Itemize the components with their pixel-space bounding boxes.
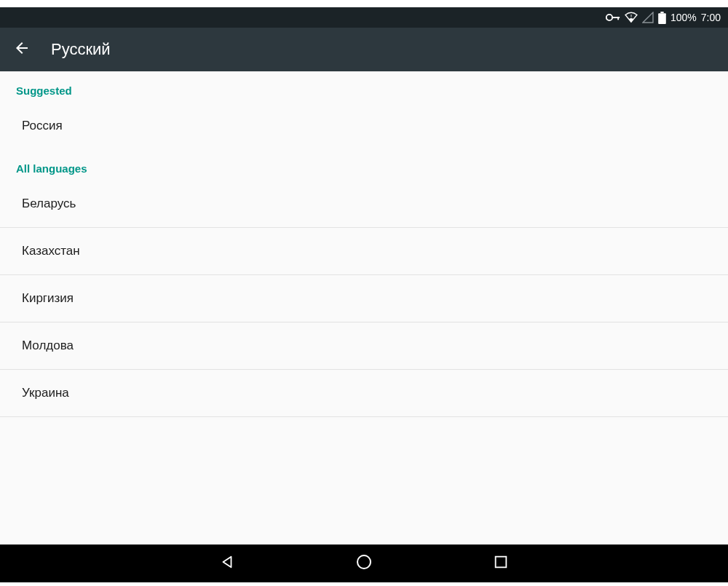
arrow-back-icon	[13, 39, 31, 60]
nav-recent-button[interactable]	[491, 553, 511, 574]
page-title: Русский	[51, 40, 111, 59]
cell-signal-icon	[642, 12, 654, 23]
section-header-all: All languages	[0, 149, 728, 181]
battery-icon	[658, 12, 666, 24]
svg-rect-4	[660, 12, 663, 13]
list-item[interactable]: Беларусь	[0, 181, 728, 227]
app-bar: Русский	[0, 28, 728, 71]
square-recent-icon	[493, 554, 509, 573]
divider	[0, 416, 728, 417]
back-button[interactable]	[13, 41, 31, 58]
status-clock: 7:00	[701, 12, 721, 23]
svg-text:!: !	[630, 13, 632, 18]
vpn-key-icon	[606, 13, 620, 22]
status-bar: ! 100% 7:00	[0, 7, 728, 28]
list-item[interactable]: Украина	[0, 370, 728, 416]
section-header-suggested: Suggested	[0, 71, 728, 103]
svg-rect-2	[617, 17, 619, 20]
svg-point-0	[606, 15, 612, 20]
list-item[interactable]: Молдова	[0, 322, 728, 369]
circle-home-icon	[355, 553, 373, 574]
device-frame: ! 100% 7:00 Русский Suggested	[0, 7, 728, 582]
content-scroll[interactable]: Suggested Россия All languages Беларусь …	[0, 71, 728, 545]
nav-home-button[interactable]	[354, 553, 374, 574]
navigation-bar	[0, 545, 728, 582]
svg-point-6	[357, 555, 371, 569]
list-item[interactable]: Россия	[0, 103, 728, 149]
list-item[interactable]: Казахстан	[0, 228, 728, 274]
battery-percent: 100%	[670, 12, 697, 23]
svg-rect-5	[658, 13, 666, 24]
svg-rect-7	[496, 557, 507, 568]
wifi-icon: !	[625, 12, 638, 23]
list-item[interactable]: Киргизия	[0, 275, 728, 322]
triangle-back-icon	[219, 554, 235, 573]
nav-back-button[interactable]	[217, 553, 237, 574]
